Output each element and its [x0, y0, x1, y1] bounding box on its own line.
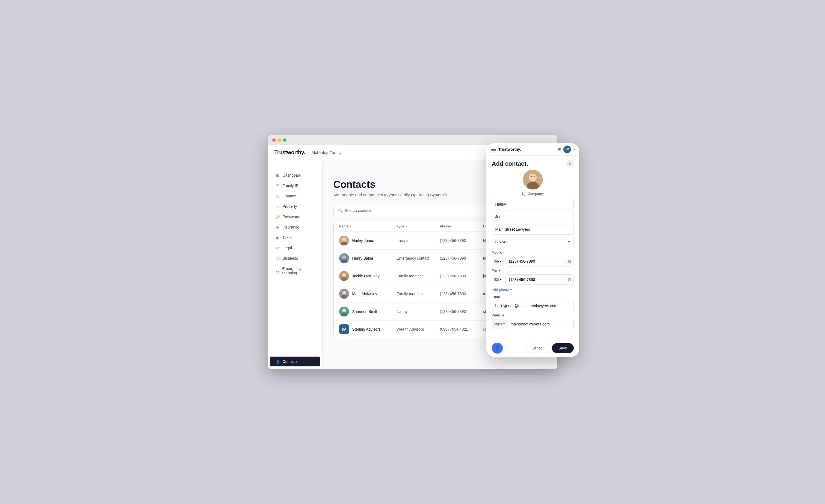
dashboard-icon: ⊞ — [276, 173, 280, 177]
website-row: https:// — [492, 319, 574, 329]
fullscreen-button[interactable] — [283, 139, 287, 142]
chevron-down-icon[interactable]: ▾ — [573, 148, 575, 151]
contact-name-cell: Mark McKinley — [339, 289, 397, 299]
col-header-name[interactable]: Name ▾ — [339, 224, 397, 228]
close-button[interactable] — [272, 139, 276, 142]
sidebar-item-label: Family IDs — [283, 183, 301, 188]
mobile-label-text: Mobile — [492, 250, 502, 254]
save-button[interactable]: Save — [552, 343, 574, 353]
contact-type: Lawyer — [396, 238, 440, 243]
fax-phone-input-wrap: ⊖ — [506, 274, 574, 285]
fax-phone-row: 🇺🇸 ▾ ⊖ — [492, 274, 574, 285]
contact-name: Shannon Smith — [352, 309, 378, 314]
sidebar-item-label: Emergency Planning — [282, 266, 314, 275]
legal-icon: ⚖ — [276, 246, 280, 250]
family-ids-icon: ☰ — [276, 183, 280, 188]
sort-arrow-icon: ▾ — [451, 225, 452, 228]
contact-phone: (123) 456-7890 — [440, 274, 483, 278]
us-flag-icon: 🇺🇸 — [494, 277, 499, 282]
mobile-phone-input[interactable] — [506, 256, 574, 266]
svg-point-18 — [531, 176, 532, 177]
hamburger-line — [491, 148, 496, 148]
contact-name: Mark McKinley — [352, 291, 377, 296]
chevron-down-icon: ▾ — [500, 278, 501, 281]
contact-type: Wealth Advisors — [396, 327, 440, 331]
mobile-panel: Trustworthy. ⊞ JM ▾ Add contact. × — [486, 143, 579, 357]
chevron-down-icon: ▾ — [500, 260, 501, 263]
contact-name-cell: Shannon Smith — [339, 307, 397, 317]
sidebar-item-legal[interactable]: ⚖ Legal — [270, 243, 320, 253]
contact-name-cell: SA Sterling Advisors — [339, 324, 397, 334]
contacts-icon: 👤 — [276, 359, 280, 364]
sidebar-item-emergency-planning[interactable]: ◇ Emergency Planning — [270, 264, 320, 278]
sort-arrow-icon: ▾ — [350, 225, 351, 228]
hamburger-menu-icon[interactable] — [491, 147, 496, 152]
fax-flag-select[interactable]: 🇺🇸 ▾ — [492, 275, 504, 284]
contact-name: Hailey Jones — [352, 238, 374, 243]
svg-point-4 — [342, 255, 346, 259]
contact-name: Henry Baker — [352, 256, 374, 260]
email-field[interactable] — [492, 301, 574, 311]
type-select[interactable]: Lawyer Emergency contact Family member N… — [492, 237, 574, 247]
avatar — [339, 289, 349, 299]
mobile-label: Mobile ▾ — [492, 250, 574, 254]
fax-phone-input[interactable] — [506, 274, 574, 285]
sidebar-item-family-ids[interactable]: ☰ Family IDs — [270, 181, 320, 190]
mobile-user-avatar[interactable]: JM — [564, 146, 571, 153]
mobile-flag-select[interactable]: 🇺🇸 ▾ — [492, 257, 504, 266]
website-input[interactable] — [507, 319, 574, 329]
contact-phone: (123) 456-7890 — [440, 291, 483, 296]
company-field[interactable] — [492, 224, 574, 235]
add-contact-icon-button[interactable]: 👤 — [492, 343, 503, 353]
contact-phone: (123) 456-7890 — [440, 256, 483, 260]
svg-point-13 — [342, 309, 346, 312]
modal-header: Add contact. × — [486, 156, 579, 170]
company-checkbox-input[interactable] — [522, 192, 526, 195]
emergency-icon: ◇ — [276, 269, 280, 273]
minimize-button[interactable] — [278, 139, 281, 142]
cancel-button[interactable]: Cancel — [526, 343, 549, 353]
family-name: McKinley Family — [312, 150, 342, 155]
mobile-phone-row: 🇺🇸 ▾ ⊖ — [492, 256, 574, 266]
sidebar-item-label: Passwords — [283, 215, 301, 219]
contact-phone: (123) 456-7890 — [440, 309, 483, 314]
insurance-icon: ◈ — [276, 225, 280, 229]
add-phone-button[interactable]: Add phone + — [492, 287, 512, 291]
avatar-initials: SA — [342, 327, 346, 331]
chevron-down-icon: ▾ — [499, 269, 500, 272]
col-type-label: Type — [396, 224, 404, 228]
sort-arrow-icon: ▾ — [405, 225, 407, 228]
sidebar-item-dashboard[interactable]: ⊞ Dashboard — [270, 170, 320, 180]
sidebar-item-taxes[interactable]: ◉ Taxes — [270, 233, 320, 242]
close-button[interactable]: × — [566, 160, 574, 168]
svg-point-1 — [342, 238, 346, 241]
sidebar-item-insurance[interactable]: ◈ Insurance — [270, 222, 320, 232]
company-checkbox[interactable]: Company — [522, 192, 543, 196]
modal-body: Company Lawyer Emergency contact Family … — [486, 170, 579, 339]
last-name-field[interactable] — [492, 212, 574, 222]
browser-window: Trustworthy. McKinley Family ⊞ Dashboard… — [268, 135, 557, 369]
col-header-phone[interactable]: Phone ▾ — [440, 224, 483, 228]
contact-type: Emergency contact — [396, 256, 440, 260]
fax-label: Fax ▾ — [492, 269, 574, 273]
sidebar-item-business[interactable]: 📊 Business — [270, 253, 320, 263]
svg-point-16 — [529, 174, 537, 181]
remove-mobile-phone-button[interactable]: ⊖ — [568, 259, 572, 264]
contact-avatar-large[interactable] — [523, 170, 543, 189]
sidebar-item-contacts[interactable]: 👤 Contacts — [270, 356, 320, 366]
remove-fax-button[interactable]: ⊖ — [568, 277, 572, 282]
first-name-field[interactable] — [492, 199, 574, 209]
hamburger-line — [491, 149, 496, 150]
chevron-down-icon: ▾ — [503, 251, 505, 254]
mobile-logo: Trustworthy. — [499, 147, 555, 152]
sidebar-item-finance[interactable]: ◎ Finance — [270, 191, 320, 201]
avatar-section: Company — [492, 170, 574, 196]
sidebar-bottom: 👤 Contacts — [268, 354, 322, 369]
sidebar-item-passwords[interactable]: 🔑 Passwords — [270, 212, 320, 222]
col-header-type[interactable]: Type ▾ — [396, 224, 440, 228]
sidebar-item-property[interactable]: ⌂ Property — [270, 201, 320, 211]
app-logo: Trustworthy. — [275, 149, 305, 156]
grid-icon[interactable]: ⊞ — [558, 147, 561, 152]
contact-name-cell: Hailey Jones — [339, 236, 397, 245]
modal-footer: 👤 Cancel Save — [486, 339, 579, 357]
